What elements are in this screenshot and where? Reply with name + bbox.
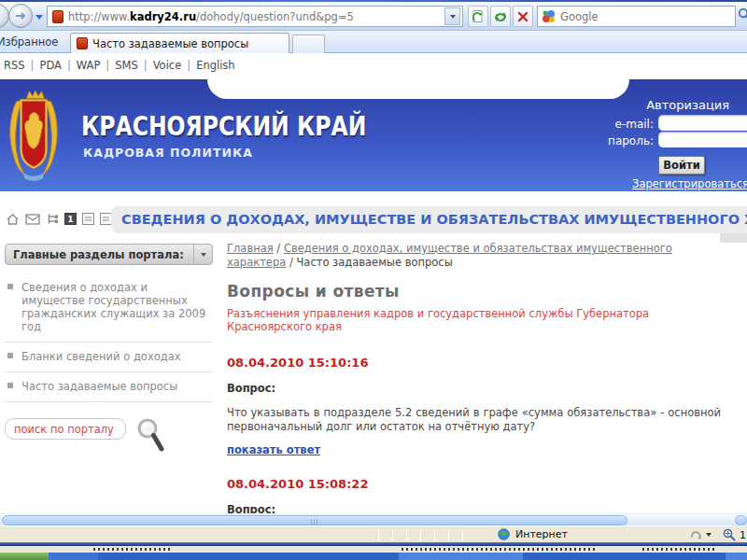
link-pda[interactable]: PDA — [39, 59, 61, 72]
portal-search — [5, 418, 213, 457]
search-magnifier-icon[interactable] — [134, 416, 167, 457]
link-separator: | — [144, 59, 148, 72]
qa-entry: 08.04.2010 15:10:16 Вопрос: Что указыват… — [227, 356, 721, 457]
sidebar-item-label: Часто задаваемые вопросы — [21, 380, 177, 393]
page-tools-row: 1 ? — [6, 212, 125, 226]
sidebar-item-income-info[interactable]: Сведения о доходах и имуществе государст… — [5, 273, 213, 343]
site-favicon — [52, 10, 63, 23]
clipped-text-fragment — [402, 548, 598, 551]
browser-window: http://www.kadry24.ru/dohody/question?un… — [0, 0, 747, 560]
history-dropdown-icon[interactable] — [35, 15, 43, 20]
clipped-statusbar-strip — [0, 546, 747, 553]
page-subtitle: Разъяснения управления кадров и государс… — [227, 307, 721, 333]
google-search-input[interactable] — [560, 10, 731, 23]
breadcrumb-current: Часто задаваемые вопросы — [296, 256, 452, 269]
email-field[interactable] — [658, 115, 747, 131]
link-voice[interactable]: Voice — [153, 59, 182, 72]
bullet-icon — [7, 383, 13, 388]
zone-label: Интернет — [515, 528, 568, 540]
refresh-icon — [493, 9, 508, 24]
page-refresh-icon — [471, 9, 486, 24]
clipped-text-fragment — [642, 548, 715, 551]
stop-button[interactable] — [513, 6, 533, 27]
breadcrumb-separator: / — [289, 256, 293, 269]
site-title: КРАСНОЯРСКИЙ КРАЙ — [81, 111, 366, 142]
status-zoom-controls[interactable]: 110% — [689, 528, 747, 541]
login-button[interactable]: Войти — [658, 156, 705, 175]
auth-panel-title: Авторизация — [646, 98, 729, 112]
krasnoyarsk-coat-of-arms-logo[interactable] — [7, 87, 61, 188]
portal-search-input[interactable] — [5, 418, 126, 440]
password-field[interactable] — [658, 132, 747, 147]
clipped-taskbar-strip — [0, 553, 747, 560]
search-go-icon[interactable] — [738, 7, 747, 26]
breadcrumb-home-link[interactable]: Главная — [227, 242, 274, 255]
banner-white-notch — [207, 79, 629, 99]
address-bar[interactable]: http://www.kadry24.ru/dohody/question?un… — [47, 6, 463, 27]
new-tab-button[interactable] — [292, 35, 325, 53]
password-label: пароль: — [608, 134, 654, 147]
favorites-button[interactable]: Избранное — [0, 35, 58, 49]
google-logo-icon — [542, 9, 556, 23]
stop-x-icon — [516, 10, 529, 23]
page-refresh-button[interactable] — [468, 6, 488, 27]
scrollbar-stub — [720, 233, 747, 243]
bullet-icon — [7, 284, 13, 289]
quick-links-row: RSS|PDA|WAP|SMS|Voice|English — [4, 59, 235, 72]
layout-version-2-button[interactable] — [82, 213, 94, 225]
clipped-text-fragment — [93, 548, 173, 551]
link-rss[interactable]: RSS — [4, 59, 25, 72]
link-english[interactable]: English — [196, 59, 235, 72]
sidebar-item-faq[interactable]: Часто задаваемые вопросы — [5, 372, 213, 402]
taskbar-segment — [399, 553, 523, 560]
tab-title: Часто задаваемые вопросы — [92, 37, 248, 50]
status-bar: Интернет 110% — [0, 525, 747, 542]
site-subtitle: КАДРОВАЯ ПОЛИТИКА — [83, 146, 253, 160]
sidebar-item-label: Сведения о доходах и имуществе государст… — [21, 281, 213, 333]
google-search-box[interactable] — [537, 6, 736, 27]
taskbar-segment — [726, 553, 747, 560]
sitemap-icon[interactable] — [46, 213, 59, 226]
link-separator: | — [67, 59, 71, 72]
security-zone: Интернет — [498, 528, 568, 540]
qa-date: 08.04.2010 15:08:22 — [227, 477, 721, 491]
sections-dropdown-label: Главные разделы портала: — [6, 248, 193, 261]
section-heading: СВЕДЕНИЯ О ДОХОДАХ, ИМУЩЕСТВЕ И ОБЯЗАТЕЛ… — [111, 206, 747, 233]
show-answer-link[interactable]: показать ответ — [227, 443, 320, 456]
horizontal-scrollbar[interactable] — [0, 513, 747, 525]
forward-arrow-icon — [14, 10, 27, 21]
zoom-level[interactable]: 110% — [740, 529, 747, 541]
breadcrumb: Главная / Сведения о доходах, имуществе … — [227, 242, 721, 270]
protected-mode-icon — [689, 529, 702, 541]
bullet-icon — [7, 353, 13, 358]
tab-active[interactable]: Часто задаваемые вопросы — [70, 33, 289, 53]
link-wap[interactable]: WAP — [77, 59, 101, 72]
chevron-down-icon[interactable] — [193, 245, 212, 264]
zoom-magnifier-icon — [723, 528, 736, 541]
horizontal-scrollbar-thumb[interactable] — [2, 515, 627, 525]
taskbar-segment — [49, 553, 98, 560]
layout-version-1-button[interactable]: 1 — [64, 213, 77, 225]
forward-button[interactable] — [8, 4, 33, 28]
sections-dropdown[interactable]: Главные разделы портала: — [5, 244, 213, 265]
page-title: Вопросы и ответы — [227, 282, 721, 301]
link-separator: | — [106, 59, 109, 72]
link-separator: | — [31, 59, 35, 72]
site-header-banner: КРАСНОЯРСКИЙ КРАЙ КАДРОВАЯ ПОЛИТИКА Авто… — [0, 79, 747, 191]
tab-favicon — [77, 37, 88, 49]
tab-bar: Избранное Часто задаваемые вопросы — [0, 31, 747, 53]
mail-icon[interactable] — [25, 214, 40, 225]
email-label: e-mail: — [615, 118, 654, 131]
sidebar-item-forms[interactable]: Бланки сведений о доходах — [5, 343, 213, 372]
internet-globe-icon — [498, 528, 510, 540]
url-text: http://www.kadry24.ru/dohody/question?un… — [68, 10, 443, 23]
address-dropdown-button[interactable] — [444, 7, 460, 25]
main-content: Главная / Сведения о доходах, имуществе … — [227, 242, 721, 560]
home-icon[interactable] — [6, 213, 20, 226]
register-link[interactable]: Зарегистрироваться — [632, 177, 747, 190]
sidebar-item-label: Бланки сведений о доходах — [21, 350, 181, 363]
link-sms[interactable]: SMS — [115, 59, 138, 72]
refresh-button[interactable] — [490, 6, 511, 27]
link-separator: | — [187, 59, 190, 72]
browser-toolbar: http://www.kadry24.ru/dohody/question?un… — [0, 2, 747, 31]
